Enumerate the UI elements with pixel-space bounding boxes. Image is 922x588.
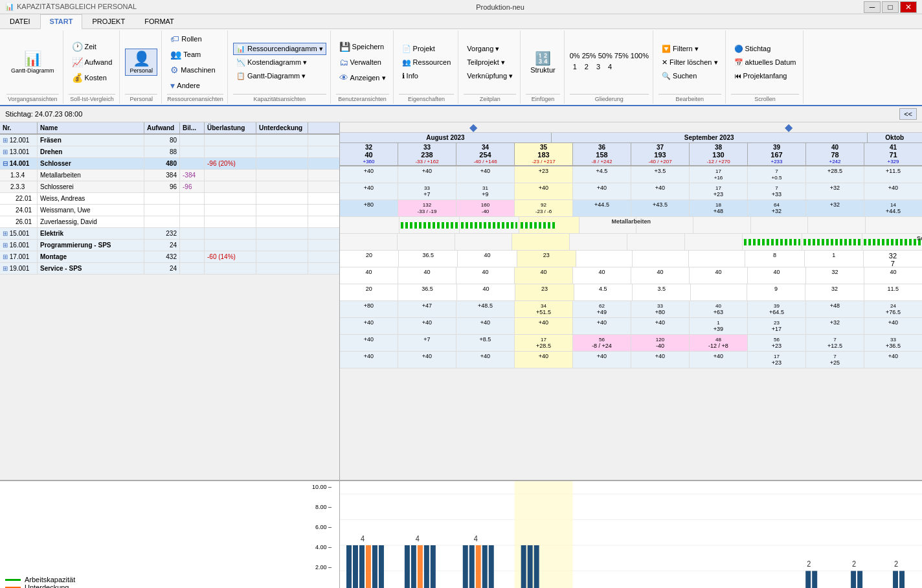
table-row: 26.01 Zuverlaessig, David	[0, 216, 339, 228]
vorgang-dropdown[interactable]: Vorgang ▾	[464, 43, 516, 55]
close-button[interactable]: ✕	[900, 1, 917, 13]
aufwand-button[interactable]: 📈 Aufwand	[69, 55, 116, 69]
sollist-inner: 🕐 Zeit 📈 Aufwand 💰 Kosten	[69, 32, 116, 93]
gantt-row: +80 132-33 / -19 160-40 92-23 / -6 +44.5…	[340, 200, 922, 217]
projekt-button[interactable]: 📄 Projekt	[399, 43, 455, 55]
maschinen-button[interactable]: ⚙ Maschinen	[167, 63, 218, 77]
gliederung-3[interactable]: 3	[593, 61, 603, 73]
verknuepfung-dropdown[interactable]: Verknüpfung ▾	[464, 70, 516, 82]
gantt-cell: +40	[515, 352, 573, 368]
filter-loeschen-button[interactable]: ✕ Filter löschen ▾	[658, 56, 721, 69]
andere-button[interactable]: ▾ Andere	[167, 78, 218, 93]
struktur-button[interactable]: 🔢 Struktur	[526, 49, 560, 76]
row-nr: ⊞ 12.001	[0, 135, 38, 146]
gantt-cell	[685, 234, 743, 250]
kosten-icon: 💰	[72, 73, 83, 83]
info-button[interactable]: ℹ Info	[399, 70, 455, 82]
svg-rect-34	[893, 571, 898, 588]
suchen-button[interactable]: 🔍 Suchen	[658, 70, 721, 82]
gliederung-4[interactable]: 4	[605, 61, 615, 73]
ribbon-group-einfuegen: 🔢 Struktur Einfügen	[522, 30, 565, 104]
row-ueberlastung	[205, 263, 256, 274]
table-row: ⊞ 16.001 Programmierung - SPS 24	[0, 240, 339, 251]
svg-rect-21	[476, 545, 481, 588]
tab-datei[interactable]: DATEI	[0, 14, 40, 28]
tab-format[interactable]: FORMAT	[135, 14, 184, 28]
gantt-cell: 327	[864, 251, 922, 267]
projektanfang-button[interactable]: ⏮ Projektanfang	[731, 70, 800, 82]
col-header-ueberlastung: Überlastung	[205, 122, 256, 133]
row-bil	[180, 205, 205, 216]
tab-projekt[interactable]: PROJEKT	[82, 14, 135, 28]
tab-start[interactable]: START	[40, 14, 83, 29]
stichtag-button[interactable]: 🔵 Stichtag	[731, 43, 800, 55]
ressourcen-button[interactable]: 👥 Ressourcen	[399, 56, 455, 69]
gantt-cell	[627, 234, 685, 250]
row-bil	[180, 193, 205, 204]
table-row: ⊞ 12.001 Fräsen 80	[0, 135, 339, 146]
gantt-cell: +40	[340, 335, 398, 351]
aufwand-icon: 📈	[72, 57, 83, 67]
filtern-button[interactable]: 🔽 Filtern ▾	[658, 43, 721, 55]
vorgangsansichten-label: Vorgangsansichten	[6, 94, 59, 102]
svg-rect-19	[463, 545, 468, 588]
schlosserei-label: Schlossere	[917, 235, 922, 242]
personal-button[interactable]: 👤 Personal	[125, 49, 157, 76]
table-row: ⊞ 17.001 Montage 432 -60 (14%)	[0, 251, 339, 263]
gantt-cell: 7+0.5	[748, 166, 806, 183]
main-area: Stichtag: 24.07.23 08:00 << Nr. Name Auf…	[0, 106, 922, 588]
gantt-cell: +40	[456, 352, 515, 368]
gliederung-inner: 0% 25% 50% 75% 100% 1 2 3 4	[570, 32, 649, 93]
gliederung-1[interactable]: 1	[570, 61, 580, 73]
gantt-cell: Metallarbeiten	[579, 217, 636, 233]
gantt-cell: +40	[690, 352, 748, 368]
gantt-cell: 40	[398, 267, 456, 284]
ressourcendiagramm-button[interactable]: 📊 Ressourcendiagramm ▾	[233, 43, 326, 55]
gantt-cell: +40	[864, 352, 922, 368]
row-bil: -96	[180, 181, 205, 192]
week-39: 39 167 +233	[748, 143, 806, 165]
row-nr: ⊞ 19.001	[0, 263, 38, 274]
row-unterdeckung	[256, 216, 308, 227]
minimize-button[interactable]: ─	[864, 1, 881, 13]
gantt-cell: 40	[864, 267, 922, 284]
row-aufwand	[144, 216, 180, 227]
gantt-cell	[691, 284, 747, 300]
svg-rect-31	[851, 571, 856, 588]
gantt-diagramm-kapazitaet-button[interactable]: 📋 Gantt-Diagramm ▾	[233, 70, 326, 82]
row-nr: ⊞ 16.001	[0, 240, 38, 251]
kosten-button[interactable]: 💰 Kosten	[69, 71, 116, 85]
svg-rect-6	[346, 545, 352, 588]
row-aufwand: 232	[144, 228, 180, 239]
team-button[interactable]: 👥 Team	[167, 47, 218, 62]
zeitplan-label: Zeitplan	[464, 94, 516, 102]
gantt-diagramm-button[interactable]: 📊 Gantt-Diagramm	[6, 49, 59, 76]
ribbon-group-personal: 👤 Personal Personal	[121, 30, 162, 104]
teilprojekt-dropdown[interactable]: Teilprojekt ▾	[464, 56, 516, 69]
gantt-cell: 40	[573, 267, 631, 284]
maximize-button[interactable]: □	[882, 1, 899, 13]
chart-legend: Arbeitskapazität Unterdeckung Überlastun…	[5, 576, 334, 588]
gantt-weeks-row: 32 40 +360 33 238 -33 / +162 34 254 -40 …	[340, 143, 922, 166]
rollen-button[interactable]: 🏷 Rollen	[167, 32, 218, 46]
gantt-cell: 23	[517, 251, 576, 267]
anzeigen-button[interactable]: 👁 Anzeigen ▾	[336, 71, 389, 85]
y-axis-left: 10.00 – 8.00 – 6.00 – 4.00 – 2.00 –	[5, 484, 334, 571]
aktuelles-datum-button[interactable]: 📅 aktuelles Datum	[731, 56, 800, 69]
speichern-button[interactable]: 💾 Speichern	[336, 40, 389, 54]
gantt-cell: +40	[456, 166, 515, 183]
gliederung-label: Gliederung	[570, 94, 649, 102]
gantt-months-row: August 2023 September 2023 Oktob	[340, 133, 922, 143]
ribbon-group-ressourcen: 🏷 Rollen 👥 Team ⚙ Maschinen ▾ Andere Res…	[163, 30, 228, 104]
gliederung-2[interactable]: 2	[581, 61, 592, 73]
kostendiagramm-button[interactable]: 📉 Kostendiagramm ▾	[233, 56, 326, 69]
nav-back-button[interactable]: <<	[899, 108, 917, 120]
ribbon-group-eigenschaften: 📄 Projekt 👥 Ressourcen ℹ Info Eigenschaf…	[395, 30, 459, 104]
row-aufwand: 384	[144, 170, 180, 181]
eigenschaften-inner: 📄 Projekt 👥 Ressourcen ℹ Info	[399, 32, 455, 93]
personal-icon: 👤	[133, 51, 150, 67]
zeit-button[interactable]: 🕐 Zeit	[69, 40, 116, 54]
verwalten-button[interactable]: 🗂 Verwalten	[336, 55, 389, 69]
gantt-cell	[633, 251, 689, 267]
row-unterdeckung	[256, 158, 308, 169]
